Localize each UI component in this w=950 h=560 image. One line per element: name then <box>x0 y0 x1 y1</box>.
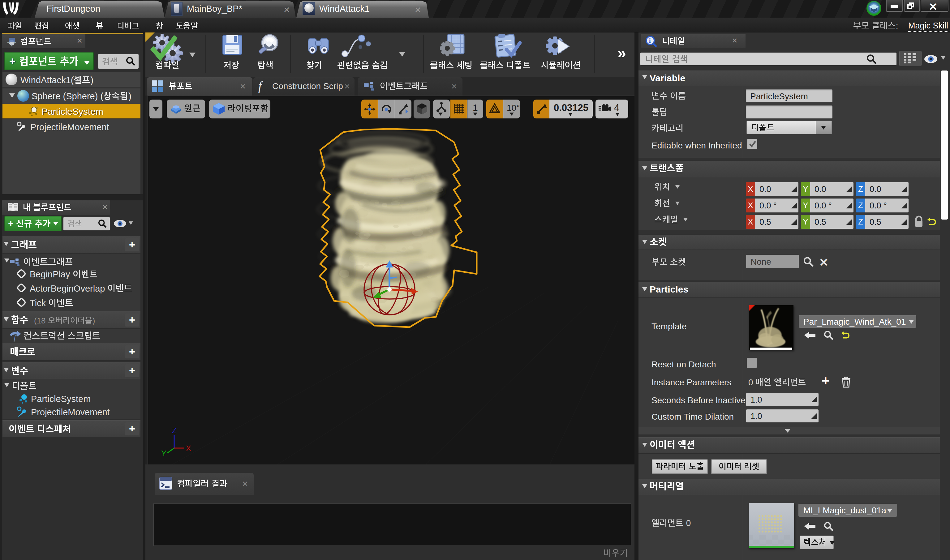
svg-text:f: f <box>14 333 17 342</box>
svg-text:Y: Y <box>161 449 166 458</box>
svg-text:i: i <box>649 37 651 44</box>
svg-text:X: X <box>186 444 191 453</box>
svg-text:Z: Z <box>172 426 177 435</box>
